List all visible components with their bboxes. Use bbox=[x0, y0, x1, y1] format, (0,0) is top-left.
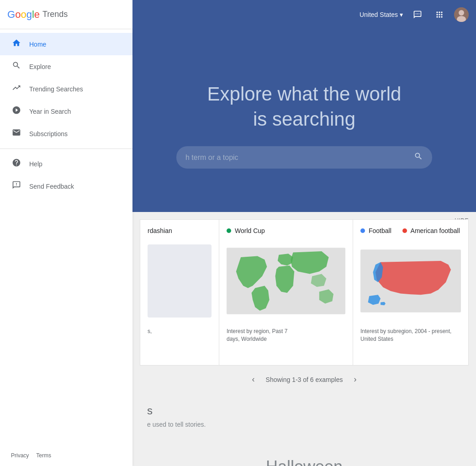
sidebar-item-feedback[interactable]: Send Feedback bbox=[0, 175, 132, 197]
card-kardashian: rdashian s, bbox=[140, 219, 219, 365]
subscriptions-icon bbox=[11, 128, 22, 139]
hero-section: Explore what the world is searching bbox=[132, 29, 476, 212]
card-football-map bbox=[360, 240, 461, 322]
sidebar-item-help[interactable]: Help bbox=[0, 153, 132, 175]
sidebar: Home Explore Trending Searches Year in S… bbox=[0, 29, 132, 466]
sidebar-item-explore[interactable]: Explore bbox=[0, 55, 132, 78]
sidebar-item-home-label: Home bbox=[29, 41, 46, 48]
sidebar-item-subscriptions[interactable]: Subscriptions bbox=[0, 122, 132, 145]
sidebar-item-subscriptions-label: Subscriptions bbox=[29, 130, 68, 138]
feedback-icon[interactable] bbox=[410, 7, 425, 22]
card-football-caption: Interest by subregion, 2004 - present, U… bbox=[360, 328, 461, 343]
hero-title: Explore what the world is searching bbox=[207, 82, 402, 132]
card-world-cup-caption: Interest by region, Past 7 days, Worldwi… bbox=[227, 328, 345, 343]
country-label: United States bbox=[360, 11, 398, 18]
card-world-cup-label: World Cup bbox=[235, 227, 265, 234]
card-world-cup-map bbox=[227, 240, 345, 322]
send-feedback-icon bbox=[11, 180, 22, 192]
country-selector[interactable]: United States ▾ bbox=[360, 11, 403, 18]
football-dot-blue bbox=[360, 228, 365, 233]
card-football: Football American football bbox=[353, 219, 469, 365]
sidebar-footer: Privacy Terms bbox=[0, 445, 132, 466]
pagination: ‹ Showing 1-3 of 6 examples › bbox=[132, 365, 476, 393]
sidebar-item-trending-label: Trending Searches bbox=[29, 85, 83, 93]
bottom-section-title: s bbox=[147, 404, 461, 417]
sidebar-item-trending[interactable]: Trending Searches bbox=[0, 78, 132, 100]
sidebar-item-feedback-label: Send Feedback bbox=[29, 183, 74, 190]
sidebar-item-explore-label: Explore bbox=[29, 63, 51, 70]
sidebar-divider bbox=[0, 148, 132, 149]
explore-icon bbox=[11, 61, 22, 72]
chevron-down-icon: ▾ bbox=[400, 11, 403, 18]
bottom-section-subtitle: e used to tell stories. bbox=[147, 421, 461, 428]
search-input[interactable] bbox=[185, 154, 410, 162]
search-submit-icon[interactable] bbox=[414, 152, 423, 163]
topbar: United States ▾ bbox=[132, 0, 476, 29]
svg-point-1 bbox=[459, 10, 464, 16]
halloween-area: Halloween bbox=[132, 450, 476, 466]
terms-link[interactable]: Terms bbox=[36, 452, 51, 459]
examples-section: HIDE rdashian s, World Cup bbox=[132, 212, 476, 393]
sidebar-item-home[interactable]: Home bbox=[0, 33, 132, 55]
sidebar-item-year[interactable]: Year in Search bbox=[0, 100, 132, 122]
card-kardashian-caption: s, bbox=[148, 328, 212, 335]
privacy-link[interactable]: Privacy bbox=[11, 452, 29, 459]
trending-icon bbox=[11, 83, 22, 95]
logo[interactable]: Google Trends bbox=[7, 9, 68, 21]
home-icon bbox=[11, 38, 22, 50]
apps-icon[interactable] bbox=[432, 7, 447, 22]
card-football-label: Football bbox=[369, 227, 391, 234]
halloween-title: Halloween bbox=[266, 457, 343, 466]
card-american-football-label: American football bbox=[411, 227, 460, 234]
avatar[interactable] bbox=[454, 7, 469, 22]
bottom-section: s e used to tell stories. bbox=[132, 393, 476, 450]
cards-row: rdashian s, World Cup bbox=[132, 212, 476, 365]
sidebar-nav: Home Explore Trending Searches Year in S… bbox=[0, 29, 132, 445]
sidebar-item-year-label: Year in Search bbox=[29, 108, 71, 115]
pagination-prev[interactable]: ‹ bbox=[249, 373, 259, 386]
logo-trends: Trends bbox=[42, 10, 68, 19]
football-dot-red bbox=[402, 228, 407, 233]
pagination-next[interactable]: › bbox=[350, 373, 360, 386]
world-cup-dot bbox=[227, 228, 231, 233]
search-bar[interactable] bbox=[176, 146, 432, 169]
main-content: Explore what the world is searching HIDE… bbox=[132, 29, 476, 466]
card-kardashian-label: rdashian bbox=[148, 227, 172, 234]
card-football-title: Football American football bbox=[360, 227, 461, 234]
card-kardashian-title: rdashian bbox=[148, 227, 212, 234]
year-icon bbox=[11, 106, 22, 117]
card-world-cup-title: World Cup bbox=[227, 227, 345, 234]
help-icon bbox=[11, 158, 22, 169]
sidebar-item-help-label: Help bbox=[29, 160, 42, 168]
sidebar-header: Google Trends bbox=[0, 0, 132, 29]
card-world-cup: World Cup bbox=[219, 219, 353, 365]
card-kardashian-map bbox=[148, 240, 212, 322]
pagination-text: Showing 1-3 of 6 examples bbox=[266, 376, 343, 383]
